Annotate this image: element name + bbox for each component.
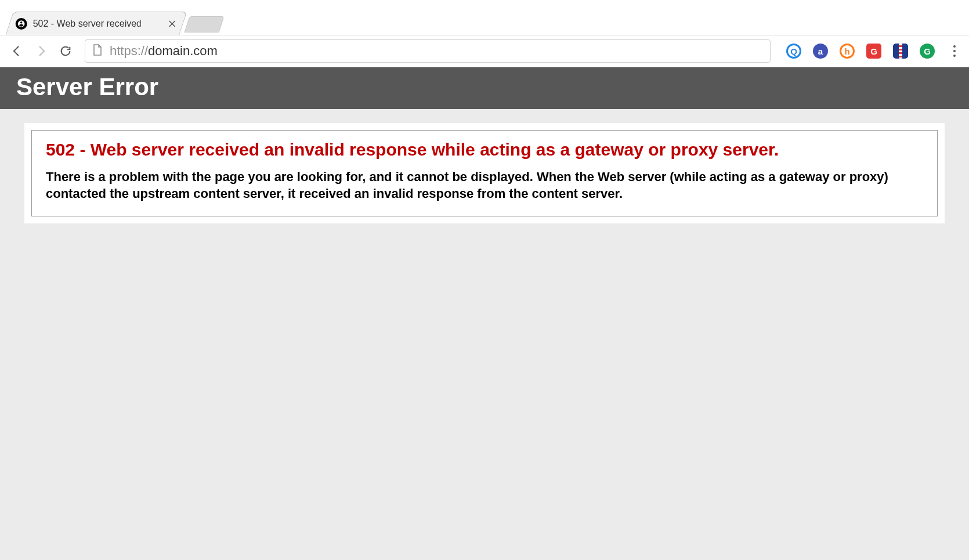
error-description: There is a problem with the page you are… <box>46 169 923 201</box>
extension-grammarly-icon[interactable]: G <box>866 43 882 59</box>
extension-lighthouse-icon[interactable] <box>892 43 909 59</box>
error-title: 502 - Web server received an invalid res… <box>46 139 923 161</box>
error-box: 502 - Web server received an invalid res… <box>31 130 938 216</box>
extension-h-icon[interactable]: h <box>839 43 855 59</box>
back-button[interactable] <box>7 41 27 61</box>
extension-q-icon[interactable]: Q <box>786 43 802 59</box>
error-card: 502 - Web server received an invalid res… <box>24 123 945 223</box>
tab-close-button[interactable] <box>168 19 177 28</box>
extension-a-icon[interactable]: a <box>812 43 829 59</box>
new-tab-button[interactable] <box>184 16 224 32</box>
reload-button[interactable] <box>56 41 75 61</box>
browser-toolbar: https://domain.com Q a h G G <box>0 35 969 67</box>
tab-favicon-icon <box>16 18 27 30</box>
url-host: domain.com <box>148 44 218 58</box>
forward-button[interactable] <box>31 41 51 61</box>
page-viewport: Server Error 502 - Web server received a… <box>0 67 969 560</box>
page-info-icon[interactable] <box>92 44 103 59</box>
tab-title: 502 - Web server received <box>33 19 162 29</box>
url-scheme: https:// <box>110 44 148 58</box>
server-error-banner: Server Error <box>0 67 969 109</box>
extension-icons: Q a h G G <box>780 43 939 59</box>
extension-green-icon[interactable]: G <box>919 43 935 59</box>
tab-strip: 502 - Web server received <box>0 0 969 35</box>
browser-menu-button[interactable] <box>946 41 963 61</box>
address-bar[interactable]: https://domain.com <box>85 39 771 63</box>
content-wrap: 502 - Web server received an invalid res… <box>0 109 969 237</box>
browser-tab[interactable]: 502 - Web server received <box>6 12 187 35</box>
url-text: https://domain.com <box>110 44 218 59</box>
